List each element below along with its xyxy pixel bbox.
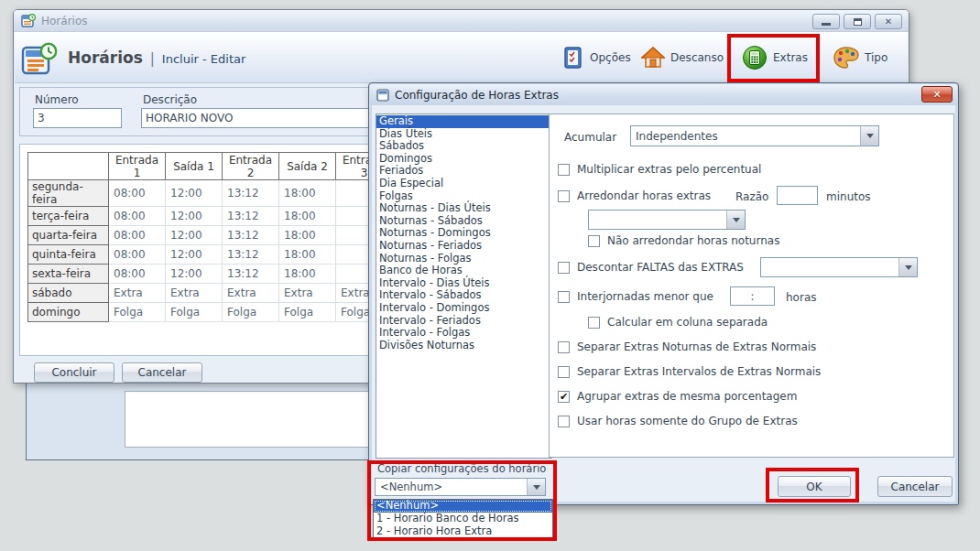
time-cell[interactable]: Extra [223,284,279,303]
time-cell[interactable]: 13:12 [223,180,279,207]
category-item[interactable]: Noturnas - Dias Úteis [376,202,551,215]
ok-button[interactable]: OK [778,476,851,497]
checkbox-usar-grupo[interactable]: Usar horas somente do Grupo de Extras [558,415,798,427]
descontar-combo[interactable] [760,257,918,277]
time-cell[interactable]: 12:00 [166,265,223,284]
checkbox-box[interactable] [558,190,570,202]
checkbox-box[interactable] [558,416,570,427]
time-cell[interactable]: 12:00 [166,245,223,265]
checkbox-box[interactable] [588,235,600,247]
concluir-button[interactable]: Concluir [34,362,114,383]
copy-config-dropdown-list[interactable]: <Nenhum> 1 - Horario Banco de Horas 2 - … [373,499,553,539]
close-button[interactable]: ✕ [875,14,902,29]
checkbox-nao-arredondar[interactable]: Não arredondar horas noturnas [588,234,779,247]
time-cell[interactable]: 08:00 [109,265,166,284]
day-label: segunda-feira [28,180,109,207]
category-item[interactable]: Noturnas - Domingos [376,227,551,240]
checkbox-box[interactable] [558,164,570,176]
razao-input[interactable] [777,186,818,205]
checkbox-descontar-faltas[interactable]: Descontar FALTAS das EXTRAS [558,261,744,274]
dropdown-option-banco-horas[interactable]: 1 - Horario Banco de Horas [374,513,552,525]
copy-config-combo[interactable]: <Nenhum> [375,478,546,496]
checkbox-box[interactable] [588,317,600,329]
cancelar-button-dialog[interactable]: Cancelar [877,476,953,497]
checkbox-arredondar[interactable]: Arredondar horas extras [558,189,711,202]
acumular-combo[interactable]: Independentes [630,125,879,146]
time-cell[interactable]: Folga [279,303,336,322]
time-cell[interactable]: 08:00 [109,226,166,245]
checkbox-box[interactable] [558,341,570,353]
time-cell[interactable]: Extra [166,284,223,303]
category-item[interactable]: Intervalo - Dias Úteis [376,277,551,290]
category-item[interactable]: Dia Especial [376,178,551,190]
chevron-down-icon[interactable] [898,258,917,276]
category-listbox[interactable]: Gerais Dias Úteis Sábados Domingos Feria… [376,113,552,459]
checkbox-box[interactable] [558,366,570,378]
checkbox-separar-intervalos[interactable]: Separar Extras Intervalos de Extras Norm… [558,365,821,378]
checkbox-coluna-separada[interactable]: Calcular em coluna separada [588,316,768,329]
time-cell[interactable]: 13:12 [223,226,279,245]
category-item[interactable]: Intervalo - Folgas [376,327,551,340]
dialog-close-button[interactable]: ✕ [921,86,953,103]
time-cell[interactable]: 18:00 [279,265,336,284]
time-cell[interactable]: Folga [166,303,223,322]
time-cell[interactable]: 18:00 [279,226,336,245]
maximize-button[interactable] [844,14,871,29]
time-cell[interactable]: Extra [109,284,166,303]
category-item[interactable]: Intervalo - Feriados [376,315,551,328]
checkbox-box-checked[interactable]: ✔ [558,391,570,403]
category-item[interactable]: Intervalo - Domingos [376,302,551,315]
time-cell[interactable]: 13:12 [223,265,279,284]
cancelar-button-main[interactable]: Cancelar [122,362,202,383]
day-label: sábado [28,284,109,303]
day-label: domingo [28,303,109,322]
time-cell[interactable]: 08:00 [109,180,166,207]
chevron-down-icon[interactable] [860,126,878,146]
chevron-down-icon[interactable] [527,479,545,495]
numero-input[interactable]: 3 [33,108,122,128]
category-item-gerais[interactable]: Gerais [376,115,551,128]
category-item[interactable]: Feriados [376,165,551,178]
category-item[interactable]: Sábados [376,140,551,153]
category-item[interactable]: Domingos [376,153,551,166]
category-item[interactable]: Banco de Horas [376,265,551,277]
time-cell[interactable]: Folga [223,303,279,322]
schedule-table[interactable]: Entrada 1 Saída 1 Entrada 2 Saída 2 Entr… [27,152,393,322]
checkbox-agrupar-extras[interactable]: ✔ Agrupar extras de mesma porcentagem [558,390,797,403]
checkbox-interjornadas[interactable]: Interjornadas menor que [558,290,713,303]
time-cell[interactable]: Extra [279,284,336,303]
descanso-button[interactable]: Descanso [641,43,724,72]
chevron-down-icon[interactable] [726,211,745,229]
time-cell[interactable]: 18:00 [279,180,336,207]
corner-cell [28,153,109,180]
arredondar-combo[interactable] [588,210,746,230]
checkbox-box[interactable] [558,262,570,274]
category-item[interactable]: Dias Úteis [376,128,551,141]
category-item[interactable]: Noturnas - Feriados [376,240,551,253]
checkbox-separar-noturnas[interactable]: Separar Extras Noturnas de Extras Normai… [558,340,816,353]
time-cell[interactable]: 12:00 [166,226,223,245]
category-item[interactable]: Divisões Noturnas [376,340,551,352]
category-item[interactable]: Noturnas - Folgas [376,253,551,265]
time-cell[interactable]: 12:00 [166,207,223,226]
interjornadas-input[interactable]: : [730,286,775,306]
time-cell[interactable]: 13:12 [223,245,279,265]
extras-button[interactable]: Extras [742,43,808,72]
time-cell[interactable]: 08:00 [109,245,166,265]
table-row: segunda-feira 08:00 12:00 13:12 18:00 [28,180,393,207]
dropdown-option-nenhum[interactable]: <Nenhum> [374,500,552,513]
checkbox-multiplicar[interactable]: Multiplicar extras pelo percentual [558,163,761,176]
time-cell[interactable]: Folga [109,303,166,322]
time-cell[interactable]: 18:00 [279,207,336,226]
time-cell[interactable]: 18:00 [279,245,336,265]
time-cell[interactable]: 12:00 [166,180,223,207]
opcoes-button[interactable]: Opções [562,43,631,72]
time-cell[interactable]: 08:00 [109,207,166,226]
time-cell[interactable]: 13:12 [223,207,279,226]
category-item[interactable]: Noturnas - Sábados [376,215,551,228]
dropdown-option-hora-extra[interactable]: 2 - Horario Hora Extra [374,525,552,538]
checkbox-box[interactable] [558,291,570,303]
category-item[interactable]: Intervalo - Sábados [376,289,551,302]
tipo-button[interactable]: Tipo [833,43,887,72]
minimize-button[interactable] [812,14,840,29]
